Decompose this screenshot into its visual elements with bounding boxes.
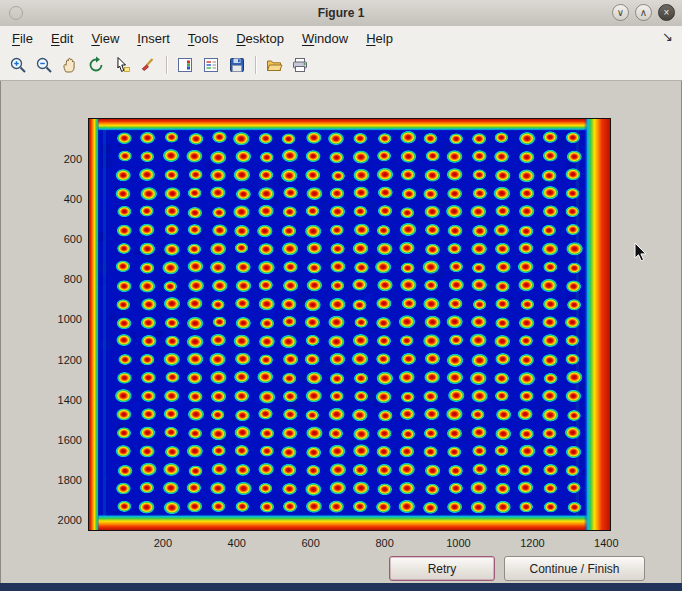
menu-help[interactable]: Help bbox=[366, 31, 393, 46]
figure-toolbar bbox=[0, 50, 682, 81]
title-bar[interactable]: Figure 1 ∨ ∧ × bbox=[0, 0, 682, 27]
zoom-in-icon bbox=[9, 56, 27, 74]
pan-button[interactable] bbox=[58, 53, 82, 77]
y-tick-label: 1000 bbox=[36, 313, 82, 325]
plot-axes bbox=[88, 118, 611, 531]
menu-edit[interactable]: Edit bbox=[51, 31, 73, 46]
menu-items: FileEditViewInsertToolsDesktopWindowHelp bbox=[0, 31, 393, 46]
rotate-3d-button[interactable] bbox=[84, 53, 108, 77]
toolbar-separator bbox=[255, 56, 256, 74]
y-tick-label: 1600 bbox=[36, 434, 82, 446]
heatmap-image[interactable] bbox=[89, 119, 610, 530]
data-cursor-icon bbox=[113, 56, 131, 74]
insert-colorbar-button[interactable] bbox=[173, 53, 197, 77]
legend-icon bbox=[202, 56, 220, 74]
y-tick-label: 600 bbox=[36, 233, 82, 245]
y-tick-label: 1800 bbox=[36, 474, 82, 486]
retry-button[interactable]: Retry bbox=[389, 556, 495, 581]
dock-figure-icon[interactable]: ↘ bbox=[662, 29, 673, 44]
close-button[interactable]: × bbox=[658, 4, 675, 21]
x-tick-label: 200 bbox=[143, 537, 183, 549]
save-icon bbox=[228, 56, 246, 74]
save-figure-button[interactable] bbox=[225, 53, 249, 77]
open-folder-icon bbox=[265, 56, 283, 74]
print-button[interactable] bbox=[288, 53, 312, 77]
brush-button[interactable] bbox=[136, 53, 160, 77]
menu-window[interactable]: Window bbox=[302, 31, 348, 46]
menu-tools[interactable]: Tools bbox=[188, 31, 218, 46]
zoom-in-button[interactable] bbox=[6, 53, 30, 77]
printer-icon bbox=[291, 56, 309, 74]
window-title: Figure 1 bbox=[318, 6, 365, 20]
shade-button[interactable]: ∨ bbox=[612, 4, 629, 21]
data-cursor-button[interactable] bbox=[110, 53, 134, 77]
y-tick-label: 1200 bbox=[36, 354, 82, 366]
x-tick-label: 1000 bbox=[439, 537, 479, 549]
window-controls: ∨ ∧ × bbox=[612, 4, 675, 21]
x-tick-label: 400 bbox=[217, 537, 257, 549]
menu-file[interactable]: File bbox=[12, 31, 33, 46]
pan-hand-icon bbox=[61, 56, 79, 74]
menu-view[interactable]: View bbox=[91, 31, 119, 46]
open-file-button[interactable] bbox=[262, 53, 286, 77]
figure-window: { "window": { "title": "Figure 1", "cont… bbox=[0, 0, 682, 591]
y-tick-label: 400 bbox=[36, 193, 82, 205]
y-tick-label: 200 bbox=[36, 153, 82, 165]
menu-insert[interactable]: Insert bbox=[137, 31, 170, 46]
zoom-out-icon bbox=[35, 56, 53, 74]
menu-desktop[interactable]: Desktop bbox=[236, 31, 284, 46]
y-tick-label: 2000 bbox=[36, 514, 82, 526]
continue-finish-button[interactable]: Continue / Finish bbox=[504, 556, 645, 581]
mouse-cursor-icon bbox=[634, 243, 648, 263]
window-menu-icon[interactable] bbox=[9, 6, 23, 20]
x-tick-label: 1400 bbox=[586, 537, 626, 549]
menu-bar: FileEditViewInsertToolsDesktopWindowHelp… bbox=[0, 26, 682, 51]
toolbar-separator bbox=[166, 56, 167, 74]
y-tick-label: 1400 bbox=[36, 394, 82, 406]
rotate-3d-icon bbox=[87, 56, 105, 74]
zoom-out-button[interactable] bbox=[32, 53, 56, 77]
brush-icon bbox=[139, 56, 157, 74]
colorbar-icon bbox=[176, 56, 194, 74]
insert-legend-button[interactable] bbox=[199, 53, 223, 77]
window-resize-edge[interactable] bbox=[0, 583, 682, 591]
x-tick-label: 1200 bbox=[512, 537, 552, 549]
x-tick-label: 600 bbox=[291, 537, 331, 549]
maximize-button[interactable]: ∧ bbox=[635, 4, 652, 21]
y-tick-label: 800 bbox=[36, 273, 82, 285]
x-tick-label: 800 bbox=[365, 537, 405, 549]
